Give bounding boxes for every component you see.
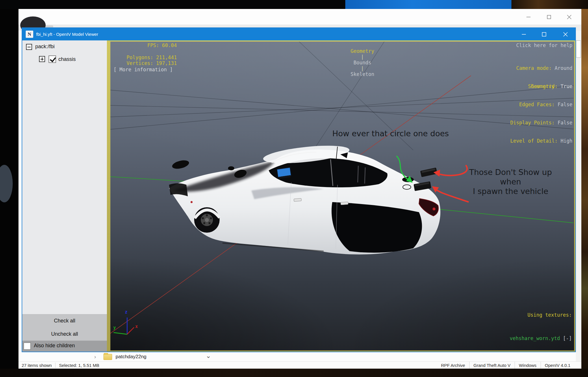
maximize-icon[interactable] [543, 13, 555, 21]
vertices-readout: Vertices: 197,131 [110, 60, 177, 66]
viewport-3d[interactable]: FPS: 60.04 Polygons: 211,441 Vertices: 1… [110, 42, 574, 350]
maximize-icon[interactable] [536, 28, 552, 40]
tree-child-item[interactable]: chassis [58, 56, 76, 62]
annotation-note-2: Those Don't Show up when I spawn the veh… [461, 167, 560, 196]
level-of-detail-label: Level of Detail: [510, 138, 558, 144]
texture-item: vehshare_worn.ytd [510, 335, 560, 341]
tab-geometry[interactable]: Geometry [350, 48, 374, 54]
desktop-right-strip [581, 9, 588, 377]
edged-faces-value: False [558, 102, 572, 107]
geometry-label: Geometry: [531, 83, 558, 89]
fps-readout: FPS: 60.04 [110, 42, 177, 48]
close-icon[interactable] [563, 13, 576, 21]
archive-tree-row[interactable]: › patchday22ng ⌄ [18, 353, 576, 361]
edged-faces-label: Edged Faces: [519, 102, 555, 107]
desktop-wallpaper-highlight [0, 165, 13, 202]
status-divider [55, 363, 55, 368]
camera-mode-label: Camera mode: [516, 65, 552, 71]
help-link[interactable]: Click here for help [516, 42, 572, 48]
chevron-down-icon[interactable]: ⌄ [206, 352, 211, 360]
tab-separator: | [361, 54, 364, 60]
status-platform: Windows [515, 362, 541, 369]
viewport-frame: FPS: 60.04 Polygons: 211,441 Vertices: 1… [107, 40, 575, 352]
folder-label[interactable]: patchday22ng [116, 354, 146, 360]
minimize-icon[interactable] [522, 13, 535, 21]
tree-actions-panel: Check all Uncheck all [22, 314, 107, 341]
openiv-main-titlebar[interactable] [18, 9, 581, 25]
folder-icon [103, 354, 112, 360]
status-game: Grand Theft Auto V [469, 362, 515, 369]
car-model [169, 142, 440, 254]
model-viewer-titlebar[interactable] [22, 28, 575, 40]
axis-gizmo [114, 318, 134, 334]
level-of-detail-value: High [561, 138, 572, 144]
remove-texture-button[interactable]: [-] [563, 335, 572, 341]
door-handle [294, 198, 302, 201]
x-axis-label: x [135, 324, 138, 329]
selected-status: Selected: 1, 5.51 MB [59, 363, 99, 368]
tab-bounds[interactable]: Bounds [353, 60, 371, 66]
chevron-right-icon[interactable]: › [94, 353, 96, 361]
also-hide-children-row: Also hide children [22, 341, 107, 352]
desktop-left-strip [0, 9, 18, 377]
door-handle [341, 202, 348, 205]
y-axis-line-right [433, 209, 574, 223]
annotation-note-2-line2: I spawn the vehicle [461, 186, 560, 196]
desktop-top-strip [0, 0, 588, 9]
marker-light [191, 201, 193, 203]
model-viewer-app-icon: N [26, 31, 33, 38]
scrollbar[interactable] [576, 31, 581, 361]
view-mode-tabs: Geometry | Bounds | Skeleton [280, 42, 416, 83]
also-hide-children-checkbox[interactable] [23, 342, 31, 350]
chassis-checkbox[interactable] [49, 55, 56, 63]
y-axis-label: y [113, 325, 116, 330]
scrollbar-thumb[interactable] [576, 40, 581, 58]
tree-root-item[interactable]: pack:/fbi [35, 44, 55, 50]
annotation-note-1: How ever that circle one does [332, 129, 449, 138]
push-bar [171, 159, 190, 170]
tab-separator: | [361, 66, 364, 71]
scene-canvas [110, 42, 574, 350]
status-archive-type: RPF Archive [437, 362, 469, 369]
geometry-value: True [561, 83, 572, 89]
spotlight [228, 166, 234, 170]
model-viewer-window: N fbi_hi.yft - OpenIV Model Viewer pack:… [22, 27, 576, 352]
tab-skeleton[interactable]: Skeleton [350, 71, 374, 77]
status-bar: 27 items shown Selected: 1, 5.51 MB RPF … [18, 361, 581, 369]
display-points-label: Display Points: [510, 120, 555, 126]
desktop-wallpaper-sky [345, 0, 513, 9]
desktop-wallpaper-rock [511, 0, 588, 9]
collapse-expander-icon[interactable] [26, 44, 32, 50]
more-information-link[interactable]: [ More information ] [114, 67, 173, 72]
screen: › patchday22ng ⌄ 27 items shown Selected… [0, 0, 588, 377]
display-points-value: False [558, 120, 572, 126]
annotation-note-2-line1: Those Don't Show up when [461, 167, 560, 186]
textures-header: Using textures: [507, 311, 572, 319]
desktop-bottom-strip [0, 369, 588, 377]
window-title: fbi_hi.yft - OpenIV Model Viewer [36, 28, 98, 40]
camera-mode-value: Around [555, 65, 572, 71]
model-tree-sidebar: pack:/fbi chassis Check all Uncheck all … [22, 40, 107, 352]
mdt-laptop [277, 167, 291, 179]
items-shown-status: 27 items shown [22, 363, 52, 368]
status-version: OpenIV 4.0.1 [541, 362, 574, 369]
z-axis-label: z [125, 309, 127, 315]
uncheck-all-button[interactable]: Uncheck all [22, 327, 107, 341]
render-settings: Geometry: True Edged Faces: False Displa… [510, 71, 572, 156]
also-hide-children-label: Also hide children [34, 343, 75, 349]
close-icon[interactable] [557, 28, 574, 40]
minimize-icon[interactable] [516, 28, 532, 40]
texture-list: Using textures: vehshare_worn.ytd [-] ve… [507, 296, 572, 350]
expand-expander-icon[interactable] [39, 56, 45, 62]
check-all-button[interactable]: Check all [22, 314, 107, 327]
polygons-readout: Polygons: 211,441 [110, 55, 177, 60]
